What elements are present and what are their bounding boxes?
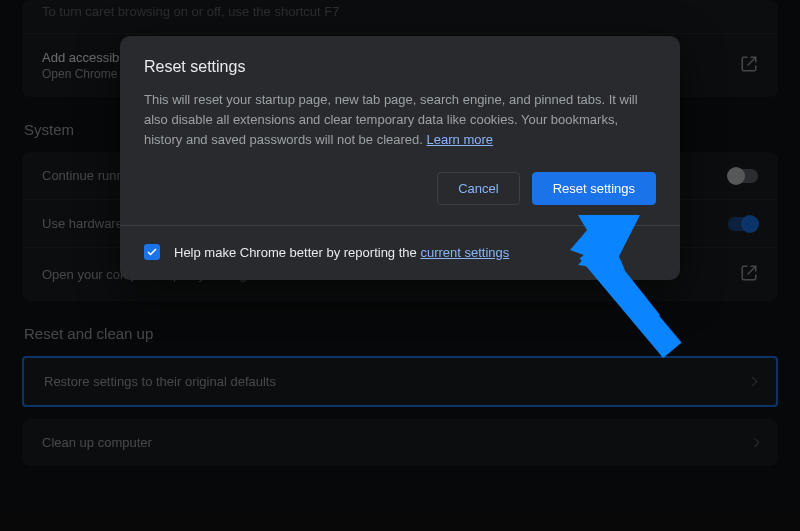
modal-title: Reset settings [120,36,680,90]
reset-settings-button[interactable]: Reset settings [532,172,656,205]
learn-more-link[interactable]: Learn more [427,132,493,147]
report-text: Help make Chrome better by reporting the… [174,245,509,260]
modal-body-text: This will reset your startup page, new t… [144,92,638,147]
modal-body: This will reset your startup page, new t… [120,90,680,168]
report-text-prefix: Help make Chrome better by reporting the [174,245,420,260]
current-settings-link[interactable]: current settings [420,245,509,260]
modal-footer: Help make Chrome better by reporting the… [120,225,680,280]
cancel-button[interactable]: Cancel [437,172,519,205]
reset-settings-modal: Reset settings This will reset your star… [120,36,680,280]
report-checkbox[interactable] [144,244,160,260]
